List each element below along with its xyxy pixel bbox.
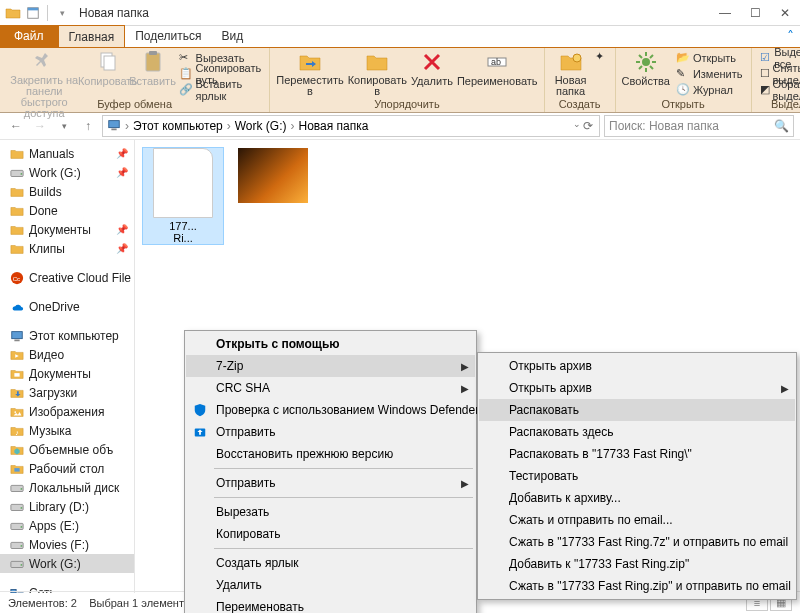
menu-item[interactable]: Добавить к "17733 Fast Ring.zip"	[479, 553, 795, 575]
new-folder-button[interactable]: Новая папка	[551, 50, 591, 97]
rename-button[interactable]: abПереименовать	[457, 50, 538, 87]
addr-dropdown-icon[interactable]: ⌄	[573, 119, 581, 133]
copy-button[interactable]: Копировать	[86, 50, 128, 87]
menu-item[interactable]: Проверка с использованием Windows Defend…	[186, 399, 475, 421]
3d-icon	[10, 443, 24, 457]
edit-button[interactable]: ✎Изменить	[674, 66, 745, 82]
menu-item[interactable]: Добавить к архиву...	[479, 487, 795, 509]
tree-item[interactable]: Объемные объ	[0, 440, 134, 459]
qat-dropdown-icon[interactable]: ▾	[53, 4, 71, 22]
back-button[interactable]: ←	[6, 116, 26, 136]
tree-item[interactable]: Рабочий стол	[0, 459, 134, 478]
menu-item[interactable]: Распаковать в "17733 Fast Ring\"	[479, 443, 795, 465]
tree-item[interactable]: Builds	[0, 182, 134, 201]
tree-item[interactable]: Library (D:)	[0, 497, 134, 516]
tree-item[interactable]: Документы📌	[0, 220, 134, 239]
ribbon: Закрепить на панели быстрого доступа Коп…	[0, 48, 800, 113]
search-box[interactable]: Поиск: Новая папка 🔍	[604, 115, 794, 137]
file-tab[interactable]: Файл	[0, 25, 58, 47]
open-button[interactable]: 📂Открыть	[674, 50, 745, 66]
properties-button[interactable]: Свойства	[622, 50, 670, 87]
collapse-ribbon-icon[interactable]: ˄	[787, 28, 794, 44]
breadcrumb-drive[interactable]: Work (G:)	[235, 119, 287, 133]
home-tab[interactable]: Главная	[58, 25, 126, 47]
file-item[interactable]	[233, 148, 313, 205]
search-placeholder: Поиск: Новая папка	[609, 119, 719, 133]
chevron-right-icon: ▶	[461, 478, 469, 489]
menu-item[interactable]: Сжать в "17733 Fast Ring.7z" и отправить…	[479, 531, 795, 553]
menu-item[interactable]: Удалить	[186, 574, 475, 596]
refresh-icon[interactable]: ⟳	[583, 119, 593, 133]
recent-locations-button[interactable]: ▾	[54, 116, 74, 136]
history-button[interactable]: 🕓Журнал	[674, 82, 745, 98]
chevron-right-icon: ▶	[781, 383, 789, 394]
moveto-icon	[298, 50, 322, 74]
properties-qat-icon[interactable]	[24, 4, 42, 22]
close-button[interactable]: ✕	[770, 1, 800, 25]
drive-icon	[10, 519, 24, 533]
breadcrumb-folder[interactable]: Новая папка	[299, 119, 369, 133]
menu-item[interactable]: Сжать и отправить по email...	[479, 509, 795, 531]
tree-item[interactable]: Work (G:)	[0, 554, 134, 573]
menu-item[interactable]: Распаковать	[479, 399, 795, 421]
onedrive-icon	[10, 300, 24, 314]
menu-item[interactable]: Вырезать	[186, 501, 475, 523]
move-to-button[interactable]: Переместить в	[276, 50, 343, 97]
svg-point-23	[21, 488, 23, 490]
menu-item[interactable]: 7-Zip▶	[186, 355, 475, 377]
chevron-right-icon: ▶	[461, 383, 469, 394]
tree-item[interactable]: Локальный диск	[0, 478, 134, 497]
tree-item[interactable]: Movies (F:)	[0, 535, 134, 554]
maximize-button[interactable]: ☐	[740, 1, 770, 25]
tree-item[interactable]: Work (G:)📌	[0, 163, 134, 182]
menu-item[interactable]: Тестировать	[479, 465, 795, 487]
tree-item[interactable]: Изображения	[0, 402, 134, 421]
tree-item[interactable]: Apps (E:)	[0, 516, 134, 535]
tree-item[interactable]: Клипы📌	[0, 239, 134, 258]
tree-item[interactable]: Manuals📌	[0, 144, 134, 163]
menu-item[interactable]: Копировать	[186, 523, 475, 545]
view-tab[interactable]: Вид	[211, 25, 253, 47]
svg-point-25	[21, 507, 23, 509]
create-group-label: Создать	[559, 98, 601, 110]
menu-item[interactable]: Отправить▶	[186, 472, 475, 494]
menu-item[interactable]: Распаковать здесь	[479, 421, 795, 443]
delete-button[interactable]: Удалить	[411, 50, 453, 87]
share-tab[interactable]: Поделиться	[125, 25, 211, 47]
address-bar[interactable]: › Этот компьютер › Work (G:) › Новая пап…	[102, 115, 600, 137]
paste-shortcut-button[interactable]: 🔗Вставить ярлык	[177, 82, 264, 98]
paste-button[interactable]: Вставить	[133, 50, 173, 87]
forward-button[interactable]: →	[30, 116, 50, 136]
video-icon	[10, 348, 24, 362]
menu-item[interactable]: Создать ярлык	[186, 552, 475, 574]
tree-item[interactable]: Документы	[0, 364, 134, 383]
newitem-icon[interactable]: ✦	[595, 50, 609, 64]
minimize-button[interactable]: —	[710, 1, 740, 25]
svg-point-31	[21, 564, 23, 566]
tree-item[interactable]: Загрузки	[0, 383, 134, 402]
tree-item[interactable]: ♪Музыка	[0, 421, 134, 440]
menu-item[interactable]: Переименовать	[186, 596, 475, 613]
menu-item[interactable]: Открыть архив	[479, 355, 795, 377]
tree-item[interactable]: Этот компьютер	[0, 326, 134, 345]
navigation-tree[interactable]: Manuals📌Work (G:)📌BuildsDoneДокументы📌Кл…	[0, 140, 135, 593]
menu-item[interactable]: Сжать в "17733 Fast Ring.zip" и отправит…	[479, 575, 795, 597]
up-button[interactable]: ↑	[78, 116, 98, 136]
copy-to-button[interactable]: Копировать в	[348, 50, 407, 97]
pin-quickaccess-button[interactable]: Закрепить на панели быстрого доступа	[6, 50, 82, 119]
tree-item[interactable]: Done	[0, 201, 134, 220]
menu-item[interactable]: Восстановить прежнюю версию	[186, 443, 475, 465]
sevenzip-submenu: Открыть архивОткрыть архив▶РаспаковатьРа…	[477, 352, 797, 600]
invert-select-button[interactable]: ◩Обратить выделение	[758, 82, 801, 98]
menu-item[interactable]: Открыть архив▶	[479, 377, 795, 399]
breadcrumb-pc[interactable]: Этот компьютер	[133, 119, 223, 133]
tree-item[interactable]: OneDrive	[0, 297, 134, 316]
music-icon: ♪	[10, 424, 24, 438]
tree-item[interactable]: CcCreative Cloud File	[0, 268, 134, 287]
tree-item[interactable]: Видео	[0, 345, 134, 364]
delete-icon	[420, 50, 444, 74]
menu-item[interactable]: CRC SHA▶	[186, 377, 475, 399]
file-item[interactable]: 177... Ri...	[143, 148, 223, 244]
copypath-icon: 📋	[179, 67, 193, 81]
menu-item[interactable]: Отправить	[186, 421, 475, 443]
